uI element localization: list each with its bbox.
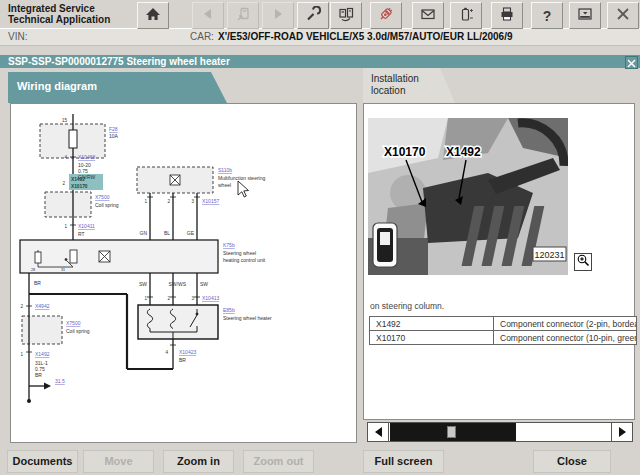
battery-button[interactable] — [450, 2, 482, 29]
table-row: X10170 Component connector (10-pin, gree… — [370, 331, 637, 345]
photo-number: 120231 — [534, 250, 564, 260]
car-position-icon — [373, 223, 397, 267]
horizontal-scrollbar[interactable] — [367, 422, 633, 442]
fuse-link[interactable]: F28 — [109, 126, 118, 132]
installation-photo: X10170 X1492 120231 — [368, 118, 568, 275]
connector-desc: Component connector (2-pin, bordeaux) — [494, 317, 637, 331]
connector3-link[interactable]: X4942 — [35, 303, 50, 309]
control-unit-label1: Steering wheel — [223, 250, 256, 256]
help-button[interactable]: ? — [531, 2, 563, 29]
back-arrow-icon — [200, 6, 216, 26]
app-title: Integrated Service Technical Application — [8, 3, 110, 25]
wire-bl: BL — [164, 230, 170, 236]
battery-icon — [458, 6, 474, 26]
minimize-window-button[interactable] — [569, 2, 601, 29]
car-label: CAR: — [190, 31, 214, 42]
close-icon — [615, 6, 631, 26]
window-minimize-icon — [577, 6, 593, 26]
printer-icon — [499, 6, 515, 26]
right-arrow-icon — [619, 427, 626, 437]
close-button[interactable]: Close — [533, 450, 611, 473]
ground-link[interactable]: 31.5 — [55, 378, 65, 384]
forward-arrow-icon — [270, 6, 286, 26]
connector2-link[interactable]: X10411 — [78, 223, 95, 229]
scrollbar-grip[interactable] — [447, 426, 456, 438]
wire-br-top: BR — [34, 280, 41, 286]
documents-button[interactable]: Documents — [7, 450, 78, 473]
coil-spring-bottom-label: Coil spring — [66, 328, 90, 334]
zoom-in-button[interactable]: Zoom in — [163, 450, 234, 473]
heater-connector-link[interactable]: X10413 — [202, 295, 219, 301]
cu-pin-31: 31 — [61, 268, 65, 272]
coil-spring-top-link[interactable]: X7500 — [95, 194, 110, 200]
device-scan-button — [227, 2, 259, 29]
control-unit-link[interactable]: K75b — [223, 242, 235, 248]
connector-top-link[interactable]: X10468 — [78, 154, 95, 160]
home-icon — [145, 6, 161, 26]
scrollbar-thumb[interactable] — [390, 423, 516, 441]
wire-ge: GE — [187, 230, 195, 236]
coil-spring-bottom-link[interactable]: X7500 — [66, 320, 81, 326]
wiring-diagram-panel: X1492 X10170 15 F28 10A 4 X10468 10-20 0… — [10, 103, 357, 443]
messages-button[interactable] — [412, 2, 444, 29]
wire2-spec3: BR — [35, 372, 42, 378]
photo-magnifier-button[interactable] — [574, 253, 592, 271]
heater-pin1: 1 — [144, 296, 147, 301]
forward-button — [262, 2, 294, 29]
car-value: X'/E53/OFF-ROAD VEHICLE/X5 3.0d/M57/AUTO… — [218, 31, 513, 42]
mail-icon — [420, 6, 436, 26]
terminal-15: 15 — [62, 118, 68, 123]
help-icon: ? — [543, 8, 552, 24]
settings-wrench-button[interactable] — [297, 2, 329, 29]
full-screen-button[interactable]: Full screen — [363, 450, 444, 473]
vehicle-connection-button[interactable] — [370, 2, 402, 29]
mfl-pin2: 2 — [167, 199, 170, 204]
photo-caption: on steering column. — [370, 301, 444, 311]
heater-pin2: 2 — [167, 296, 170, 301]
mfl-connector-link[interactable]: X10157 — [202, 198, 219, 204]
fuse-amp: 10A — [109, 133, 119, 139]
scrollbar-right-button[interactable] — [611, 423, 632, 441]
pin-4: 4 — [64, 155, 67, 160]
photo-label-x10170: X10170 — [384, 145, 426, 159]
connector4-link[interactable]: X1492 — [35, 351, 50, 357]
close-app-button[interactable] — [607, 2, 639, 29]
wire1-spec3: GN/RW — [78, 174, 95, 180]
table-row: X1492 Component connector (2-pin, bordea… — [370, 317, 637, 331]
mfl-label2: wheel — [218, 182, 231, 188]
ground-arrow-icon — [44, 383, 51, 390]
scrollbar-left-button[interactable] — [368, 423, 389, 441]
control-unit-box — [20, 240, 218, 273]
heater-pin4: 4 — [165, 350, 168, 355]
app-title-line1: Integrated Service — [8, 3, 110, 14]
tab-installation-location[interactable]: Installation location — [363, 68, 455, 103]
coil-spring-box-top — [45, 192, 91, 217]
connector-id: X10170 — [370, 331, 494, 345]
connector-id: X1492 — [370, 317, 494, 331]
device-scan-icon — [235, 6, 251, 26]
heater-pin4-connector[interactable]: X10423 — [179, 349, 196, 355]
pin-1b: 1 — [20, 352, 23, 357]
home-button[interactable] — [137, 2, 169, 29]
wire-sw1: SW — [139, 281, 147, 287]
tab-installation-line2: location — [371, 85, 455, 97]
coil-spring-box-bottom — [22, 316, 62, 344]
wrench-icon — [305, 6, 321, 26]
mfl-label1: Multifunction steering — [218, 175, 265, 181]
heater-link[interactable]: E85b — [223, 307, 235, 313]
fuse-symbol — [69, 130, 77, 148]
photo-number-box: 120231 — [533, 247, 566, 261]
measuring-devices-button[interactable] — [330, 2, 362, 29]
print-button[interactable] — [491, 2, 523, 29]
tab-wiring-diagram[interactable]: Wiring diagram — [8, 72, 227, 103]
junction-dot — [27, 399, 31, 403]
obd-plug-icon — [378, 6, 394, 26]
wiring-diagram[interactable]: X1492 X10170 15 F28 10A 4 X10468 10-20 0… — [11, 104, 356, 442]
move-button: Move — [83, 450, 154, 473]
heater-pin3: 3 — [191, 296, 194, 301]
zoom-out-button: Zoom out — [243, 450, 314, 473]
vehicle-bar: VIN: CAR: X'/E53/OFF-ROAD VEHICLE/X5 3.0… — [0, 29, 640, 46]
highlight-connector-2[interactable]: X10170 — [71, 184, 88, 189]
mfl-link[interactable]: S110b — [218, 167, 232, 173]
document-close-button[interactable] — [625, 56, 638, 69]
